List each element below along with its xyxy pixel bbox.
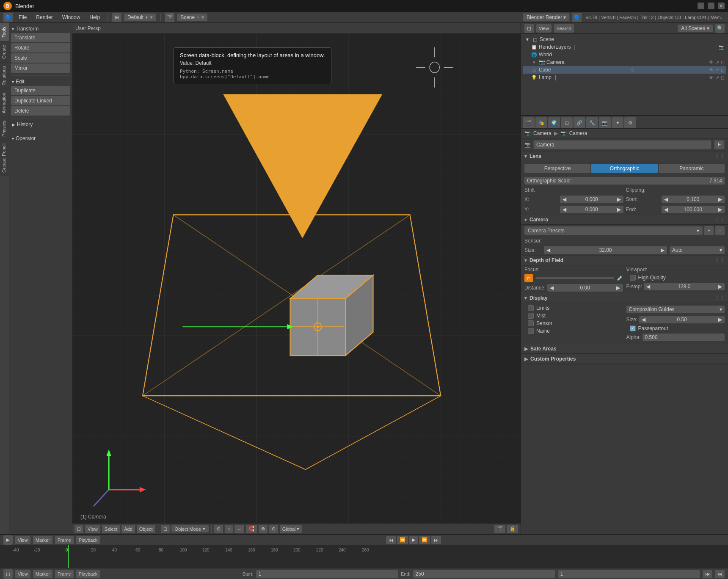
prop-tab-particles[interactable]: ✦ <box>612 117 623 128</box>
object-menu-btn[interactable]: Object <box>137 525 155 533</box>
outliner-item-cube[interactable]: △ Cube | ▽ 👁 ↗ ◻ <box>523 66 726 74</box>
history-section-header[interactable]: ▶ History ⋮⋮ <box>11 120 70 129</box>
x-value-field[interactable]: ◀ 0.000 ▶ <box>560 196 623 203</box>
maximize-button[interactable]: □ <box>708 3 714 9</box>
fstop-field[interactable]: ◀ 128.0 ▶ <box>644 283 725 290</box>
high-quality-checkbox[interactable] <box>630 275 636 281</box>
render-engine-selector[interactable]: Blender Render ▾ <box>523 13 570 22</box>
mist-checkbox[interactable] <box>528 313 534 319</box>
camera-eye-icon[interactable]: 👁 <box>709 60 714 65</box>
current-frame-field[interactable]: 1 <box>558 570 700 578</box>
prop-tab-modifier[interactable]: 🔧 <box>586 117 598 128</box>
size-display-field[interactable]: ◀ 0.50 ▶ <box>639 316 725 323</box>
blender-menu-icon[interactable]: 🔵 <box>3 13 13 22</box>
cube-eye-icon[interactable]: 👁 <box>709 67 714 73</box>
tab-physics[interactable]: Physics <box>0 117 9 140</box>
tab-grease-pencil[interactable]: Grease Pencil <box>0 140 9 176</box>
lock-to-render-btn[interactable]: 🔒 <box>507 525 518 533</box>
close-button[interactable]: ✕ <box>718 3 725 9</box>
viewport-canvas[interactable]: (1) Camera <box>72 34 521 523</box>
prop-tab-object[interactable]: ◻ <box>561 117 573 128</box>
prop-tab-scene[interactable]: 🎭 <box>535 117 547 128</box>
layout-name-btn[interactable]: Default + × <box>124 14 156 21</box>
cube-render-icon[interactable]: ◻ <box>721 67 725 73</box>
timeline-marker-btn[interactable]: Marker <box>33 536 52 544</box>
dof-distance-field[interactable]: ◀ 0.00 ▶ <box>547 284 623 292</box>
view-menu-btn[interactable]: View <box>85 525 100 533</box>
rotate-button[interactable]: Rotate <box>11 43 70 52</box>
camera-name-input[interactable] <box>533 140 711 149</box>
lens-section-header[interactable]: ▾ Lens ⋮⋮ <box>521 152 728 161</box>
safe-areas-header[interactable]: ▶ Safe Areas <box>521 344 728 354</box>
lamp-eye-icon[interactable]: 👁 <box>709 75 714 80</box>
snap-btn[interactable]: 🧲 <box>246 525 257 533</box>
menu-help[interactable]: Help <box>86 14 103 21</box>
render-icon[interactable]: 🔵 <box>572 13 582 22</box>
name-display-checkbox[interactable] <box>528 328 534 334</box>
menu-window[interactable]: Window <box>59 14 84 21</box>
prop-tab-render[interactable]: 🎬 <box>523 117 535 128</box>
play-reverse-btn[interactable]: ⏮ <box>386 536 396 544</box>
shading-solid-btn[interactable]: ⊙ <box>214 525 223 533</box>
lens-tab-orthographic[interactable]: Orthographic <box>591 164 657 173</box>
alpha-field[interactable]: 0.500 <box>643 334 725 341</box>
delete-button[interactable]: Delete <box>11 106 70 116</box>
statusbar-playback-btn[interactable]: Playback <box>76 570 100 578</box>
tab-animation[interactable]: Animation <box>0 89 9 117</box>
start-value-field[interactable]: ◀ 0.100 ▶ <box>662 196 725 203</box>
timeline-view-btn[interactable]: View <box>15 536 30 544</box>
outliner-item-renderlayers[interactable]: 📋 RenderLayers | 📷 <box>523 43 726 51</box>
object-mode-selector[interactable]: Object Mode ▾ <box>171 525 209 532</box>
dof-focus-icon[interactable]: ◻ <box>524 274 533 282</box>
transform-section-header[interactable]: ▾ Transform ⋮⋮ <box>11 25 70 33</box>
statusbar-view-btn[interactable]: View <box>15 570 30 578</box>
prev-keyframe-btn[interactable]: ⏮ <box>703 570 712 578</box>
shading-wire-btn[interactable]: ○ <box>225 525 233 533</box>
timeline-frame-btn[interactable]: Frame <box>55 536 74 544</box>
object-icon-btn[interactable]: ◻ <box>161 525 170 533</box>
scene-name-btn[interactable]: Scene + × <box>177 14 207 21</box>
tab-create[interactable]: Create <box>0 41 9 62</box>
end-value-field[interactable]: ◀ 100.000 ▶ <box>662 206 725 213</box>
prop-tab-data[interactable]: 📷 <box>599 117 611 128</box>
add-menu-btn[interactable]: Add <box>121 525 135 533</box>
viewport-icon-btn[interactable]: ◻ <box>74 525 83 533</box>
menu-render[interactable]: Render <box>33 14 56 21</box>
minimize-button[interactable]: ─ <box>698 3 704 9</box>
outliner-item-camera[interactable]: ▾ 📷 Camera 👁 ↗ ◻ <box>523 58 726 66</box>
sensor-display-checkbox[interactable] <box>528 320 534 326</box>
duplicate-linked-button[interactable]: Duplicate Linked <box>11 96 70 105</box>
tab-tools[interactable]: Tools <box>0 23 9 41</box>
step-back-btn[interactable]: ⏪ <box>397 536 408 544</box>
translate-button[interactable]: Translate <box>11 33 70 42</box>
timeline-ruler[interactable]: -40 -20 0 20 40 60 80 100 120 140 160 18… <box>0 545 728 568</box>
fake-user-button[interactable]: F <box>714 140 725 149</box>
edit-section-header[interactable]: ▾ Edit ⋮⋮ <box>11 77 70 86</box>
dof-section-header[interactable]: ▾ Depth of Field ⋮⋮ <box>521 256 728 265</box>
manipulator-btn[interactable]: ↔ <box>234 525 244 533</box>
limits-checkbox[interactable] <box>528 305 534 311</box>
prop-tab-physics[interactable]: ⚙ <box>624 117 636 128</box>
render-preview-btn[interactable]: 🎬 <box>494 525 505 533</box>
timeline-playback-btn[interactable]: Playback <box>76 536 100 544</box>
operator-section-header[interactable]: ▾ Operator ⋮⋮ <box>11 134 70 143</box>
scale-button[interactable]: Scale <box>11 53 70 63</box>
sensor-size-field[interactable]: ◀ 32.00 ▶ <box>544 246 667 254</box>
passepartout-checkbox[interactable] <box>630 325 636 331</box>
pivot-btn[interactable]: ⊙ <box>269 525 278 533</box>
camera-cursor-icon[interactable]: ↗ <box>715 60 719 65</box>
custom-properties-header[interactable]: ▶ Custom Properties <box>521 354 728 364</box>
outliner-item-world[interactable]: 🌐 World <box>523 51 726 58</box>
proportional-btn[interactable]: ⊚ <box>259 525 267 533</box>
outliner-search-btn[interactable]: Search <box>554 24 574 33</box>
y-value-field[interactable]: ◀ 0.000 ▶ <box>560 206 623 213</box>
screen-layout-icon[interactable]: ⊞ <box>112 13 121 22</box>
end-frame-field[interactable]: 250 <box>413 570 555 578</box>
statusbar-frame-btn[interactable]: Frame <box>55 570 74 578</box>
mirror-button[interactable]: Mirror <box>11 63 70 73</box>
preset-remove-button[interactable]: − <box>715 226 725 235</box>
duplicate-button[interactable]: Duplicate <box>11 86 70 95</box>
tab-relations[interactable]: Relations <box>0 62 9 89</box>
orientation-btn[interactable]: Global ▾ <box>280 525 302 533</box>
renderlayers-photo-icon[interactable]: 📷 <box>719 44 725 50</box>
